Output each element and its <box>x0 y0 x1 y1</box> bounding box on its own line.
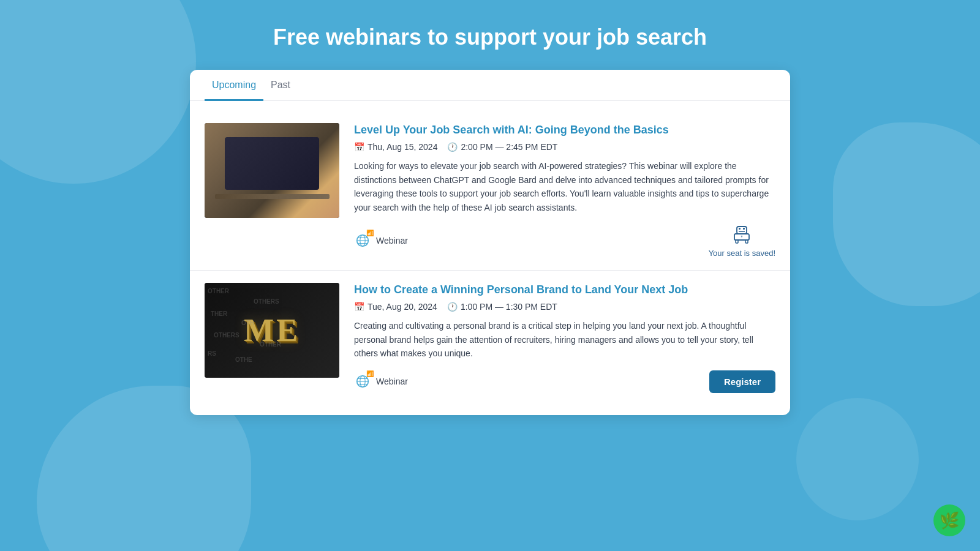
clock-icon-2: 🕐 <box>447 302 458 312</box>
webinar-time-1: 🕐 2:00 PM — 2:45 PM EDT <box>447 142 557 152</box>
bottom-logo: 🌿 <box>933 504 965 536</box>
webinar-title-1[interactable]: Level Up Your Job Search with AI: Going … <box>354 123 775 137</box>
leaf-icon: 🌿 <box>940 511 959 530</box>
svg-marker-12 <box>741 235 743 238</box>
webinar-description-2: Creating and cultivating a personal bran… <box>354 319 775 360</box>
register-button[interactable]: Register <box>709 370 775 393</box>
webinar-time-2: 🕐 1:00 PM — 1:30 PM EDT <box>447 302 557 312</box>
me-image: OTHER OTHERS THER OTH OTHERS OTHER RS OT… <box>205 283 339 378</box>
page-title: Free webinars to support your job search <box>273 24 707 50</box>
webinar-time-text-1: 2:00 PM — 2:45 PM EDT <box>461 142 557 152</box>
tab-upcoming[interactable]: Upcoming <box>205 70 263 101</box>
svg-rect-7 <box>743 228 745 230</box>
seat-saved-badge: Your seat is saved! <box>709 224 775 258</box>
webinar-thumbnail-2: OTHER OTHERS THER OTH OTHERS OTHER RS OT… <box>205 283 339 378</box>
seat-saved-icon <box>731 224 753 246</box>
clock-icon-1: 🕐 <box>447 142 458 152</box>
main-card: Upcoming Past Level Up Your Job Search w… <box>190 70 790 415</box>
tabs-container: Upcoming Past <box>190 70 790 101</box>
wifi-dot-1: 📶 <box>366 230 374 236</box>
webinar-description-1: Looking for ways to elevate your job sea… <box>354 159 775 214</box>
page-container: Free webinars to support your job search… <box>0 0 980 415</box>
webinar-footer-2: 📶 Webinar Register <box>354 370 775 393</box>
wifi-dot-2: 📶 <box>366 370 374 377</box>
webinar-item-2: OTHER OTHERS THER OTH OTHERS OTHER RS OT… <box>190 271 790 405</box>
webinar-date-1: 📅 Thu, Aug 15, 2024 <box>354 142 437 152</box>
webinar-time-text-2: 1:00 PM — 1:30 PM EDT <box>461 302 557 312</box>
webinar-meta-2: 📅 Tue, Aug 20, 2024 🕐 1:00 PM — 1:30 PM … <box>354 302 775 312</box>
globe-wifi-icon-1: 📶 <box>354 232 371 249</box>
webinar-thumbnail-1 <box>205 123 339 218</box>
webinar-type-label-2: Webinar <box>376 377 408 386</box>
webinar-footer-1: 📶 Webinar <box>354 224 775 258</box>
bg-blob-4 <box>796 398 919 520</box>
svg-rect-5 <box>737 227 747 234</box>
svg-rect-10 <box>736 240 738 243</box>
webinar-type-2: 📶 Webinar <box>354 373 408 390</box>
seat-saved-label: Your seat is saved! <box>709 249 775 258</box>
webinar-item-1: Level Up Your Job Search with AI: Going … <box>190 111 790 271</box>
webinar-date-text-2: Tue, Aug 20, 2024 <box>368 302 437 312</box>
svg-rect-11 <box>745 240 748 243</box>
webinar-meta-1: 📅 Thu, Aug 15, 2024 🕐 2:00 PM — 2:45 PM … <box>354 142 775 152</box>
svg-rect-6 <box>739 228 741 230</box>
calendar-icon-2: 📅 <box>354 302 364 312</box>
calendar-icon-1: 📅 <box>354 142 364 152</box>
tab-past[interactable]: Past <box>263 70 298 101</box>
globe-wifi-icon-2: 📶 <box>354 373 371 390</box>
webinar-content-2: How to Create a Winning Personal Brand t… <box>354 283 775 393</box>
webinar-type-1: 📶 Webinar <box>354 232 408 249</box>
laptop-image <box>205 123 339 218</box>
me-bg-text: OTHER OTHERS THER OTH OTHERS OTHER RS OT… <box>205 283 339 378</box>
webinar-title-2[interactable]: How to Create a Winning Personal Brand t… <box>354 283 775 297</box>
webinar-type-label-1: Webinar <box>376 236 408 246</box>
webinar-content-1: Level Up Your Job Search with AI: Going … <box>354 123 775 258</box>
webinar-date-2: 📅 Tue, Aug 20, 2024 <box>354 302 437 312</box>
webinar-list: Level Up Your Job Search with AI: Going … <box>190 101 790 415</box>
webinar-date-text-1: Thu, Aug 15, 2024 <box>368 142 437 152</box>
